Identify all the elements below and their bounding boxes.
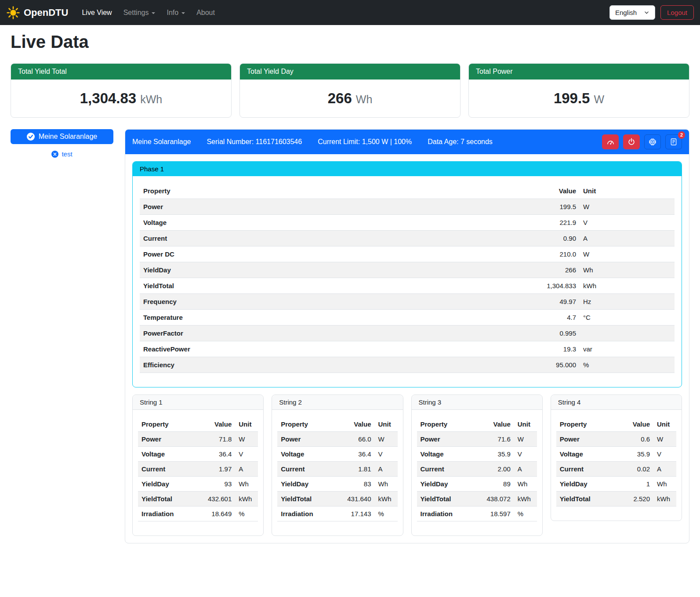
value-cell: 1.97	[192, 462, 235, 477]
unit-cell: W	[375, 432, 398, 447]
property-cell: YieldDay	[138, 477, 192, 492]
string-card-body: PropertyValueUnitPower66.0WVoltage36.4VC…	[272, 410, 403, 535]
limit-settings-button[interactable]	[602, 134, 619, 149]
power-button[interactable]	[623, 134, 640, 149]
gauge-icon	[606, 138, 615, 146]
sun-icon	[6, 6, 20, 20]
sidebar-item-inverter[interactable]: Meine Solaranlage	[11, 129, 113, 144]
device-info-button[interactable]	[644, 134, 661, 149]
unit-cell: V	[235, 447, 258, 462]
property-cell: Power	[138, 432, 192, 447]
property-cell: YieldTotal	[277, 492, 332, 507]
property-cell: Frequency	[140, 294, 403, 310]
string-table: PropertyValueUnitPower66.0WVoltage36.4VC…	[277, 417, 397, 521]
string-table-body: Power71.8WVoltage36.4VCurrent1.97AYieldD…	[138, 432, 258, 521]
event-log-button[interactable]: 2	[665, 134, 682, 149]
property-cell: Irradiation	[138, 507, 192, 521]
string-card-1: String 1PropertyValueUnitPower71.8WVolta…	[132, 394, 264, 536]
column-header-unit: Unit	[375, 417, 398, 432]
card-value: 199.5	[554, 90, 590, 107]
brand[interactable]: OpenDTU	[6, 6, 68, 20]
value-cell: 71.8	[192, 432, 235, 447]
card-unit: kWh	[140, 93, 162, 106]
string-card-title: String 1	[133, 395, 263, 410]
column-header-value: Value	[332, 417, 374, 432]
unit-cell: A	[653, 462, 676, 477]
unit-cell: Wh	[375, 477, 398, 492]
serial-number: Serial Number: 116171603546	[207, 138, 302, 146]
value-cell: 18.597	[471, 507, 514, 521]
string-card-body: PropertyValueUnitPower0.6WVoltage35.9VCu…	[551, 410, 682, 521]
value-cell: 49.97	[403, 294, 580, 310]
unit-cell: Wh	[235, 477, 258, 492]
card-title: Total Power	[469, 64, 689, 80]
column-header-property: Property	[556, 417, 616, 432]
nav-item-settings[interactable]: Settings	[118, 5, 161, 20]
property-cell: Voltage	[138, 447, 192, 462]
property-cell: Power DC	[140, 246, 403, 262]
phase-card-body: Property Value Unit Power199.5WVoltage22…	[133, 176, 682, 387]
value-cell: 210.0	[403, 246, 580, 262]
table-row: Frequency49.97Hz	[140, 294, 675, 310]
unit-cell: V	[653, 447, 676, 462]
string-card-4: String 4PropertyValueUnitPower0.6WVoltag…	[551, 394, 682, 521]
logout-button[interactable]: Logout	[660, 5, 694, 20]
journal-icon	[670, 138, 678, 146]
property-cell: YieldDay	[417, 477, 472, 492]
string-table: PropertyValueUnitPower0.6WVoltage35.9VCu…	[556, 417, 676, 507]
column-header-property: Property	[417, 417, 472, 432]
value-cell: 0.02	[616, 462, 654, 477]
unit-cell: W	[580, 246, 675, 262]
string-table: PropertyValueUnitPower71.6WVoltage35.9VC…	[417, 417, 537, 521]
check-circle-icon	[27, 133, 35, 141]
unit-cell: A	[375, 462, 398, 477]
unit-cell: %	[514, 507, 537, 521]
table-row: ReactivePower19.3var	[140, 341, 675, 357]
current-limit: Current Limit: 1,500 W | 100%	[318, 138, 412, 146]
property-cell: Power	[417, 432, 472, 447]
property-cell: Power	[140, 199, 403, 215]
data-age: Data Age: 7 seconds	[428, 138, 493, 146]
power-icon	[627, 138, 635, 146]
property-cell: YieldDay	[140, 262, 403, 278]
property-cell: YieldTotal	[417, 492, 472, 507]
column-header-unit: Unit	[235, 417, 258, 432]
unit-cell: %	[235, 507, 258, 521]
language-select[interactable]: English	[609, 5, 655, 20]
unit-cell: °C	[580, 310, 675, 326]
string-card-body: PropertyValueUnitPower71.8WVoltage36.4VC…	[133, 410, 263, 535]
value-cell: 266	[403, 262, 580, 278]
nav-item-info[interactable]: Info	[161, 5, 191, 20]
nav-item-live-view[interactable]: Live View	[76, 5, 117, 20]
summary-cards-row: Total Yield Total 1,304.83 kWh Total Yie…	[11, 63, 689, 118]
property-cell: Voltage	[417, 447, 472, 462]
nav-item-label: About	[196, 9, 215, 17]
property-cell: Voltage	[140, 215, 403, 231]
table-header-row: PropertyValueUnit	[277, 417, 397, 432]
value-cell: 1	[616, 477, 654, 492]
table-row: Power71.6W	[417, 432, 537, 447]
column-header-value: Value	[403, 183, 580, 199]
string-card-2: String 2PropertyValueUnitPower66.0WVolta…	[272, 394, 403, 536]
unit-cell: kWh	[514, 492, 537, 507]
strings-row: String 1PropertyValueUnitPower71.8WVolta…	[132, 394, 682, 536]
nav-item-about[interactable]: About	[191, 5, 221, 20]
card-title: Total Yield Day	[240, 64, 460, 80]
value-cell: 17.143	[332, 507, 374, 521]
card-unit: Wh	[356, 93, 373, 106]
card-value: 1,304.83	[80, 90, 136, 107]
property-cell: Irradiation	[277, 507, 332, 521]
string-card-title: String 4	[551, 395, 682, 410]
phase-card-title: Phase 1	[133, 162, 682, 176]
unit-cell: W	[580, 199, 675, 215]
card-title: Total Yield Total	[11, 64, 231, 80]
sidebar-item-test[interactable]: test	[11, 150, 113, 158]
sidebar: Meine Solaranlage test	[11, 129, 113, 158]
unit-cell: W	[235, 432, 258, 447]
table-row: Current0.02A	[556, 462, 676, 477]
table-row: Power199.5W	[140, 199, 675, 215]
value-cell: 221.9	[403, 215, 580, 231]
unit-cell: Wh	[514, 477, 537, 492]
phase-card: Phase 1 Property Value Unit Power199.5WV…	[132, 161, 682, 387]
unit-cell	[580, 326, 675, 341]
